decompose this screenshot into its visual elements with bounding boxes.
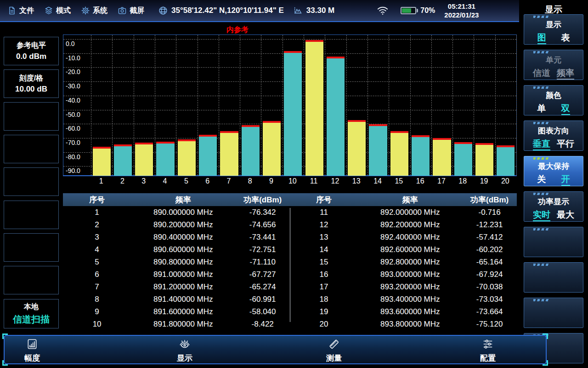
button-notch-icon [533, 193, 550, 195]
main-area: 内参考 0.0-10.0-20.0-30.0-40.0-50.0-60.0-70… [62, 22, 519, 368]
grid-line-v [304, 35, 304, 175]
table-cell: 891.600000 MHz [131, 307, 235, 316]
battery-indicator: 70% [401, 6, 435, 15]
softkey-option[interactable]: 实时 [533, 210, 550, 221]
softkey-title: 单元 [524, 55, 583, 65]
bottom-menu-display[interactable]: 显示 [165, 338, 204, 363]
button-notch-icon [533, 86, 550, 89]
table-cell: 890.400000 MHz [131, 233, 235, 242]
right-softkey-empty [524, 227, 583, 257]
gps-coordinates: 35°58'12.42" N,120°10'11.94" E [171, 6, 284, 15]
table-cell: -8.422 [235, 320, 290, 329]
softkey-option[interactable]: 表 [561, 33, 570, 44]
right-softkey-empty [524, 262, 583, 293]
top-bar: 文件模式系统截屏 35°58'12.42" N,120°10'11.94" E … [0, 0, 519, 22]
grid-line-v [325, 35, 325, 175]
softkey-chart-orientation[interactable]: 图表方向垂直平行 [524, 121, 583, 151]
grid-line-v [283, 35, 283, 175]
bottom-menu-label: 显示 [177, 353, 192, 363]
right-softkey-panel: 显示 显示图表单元信道频率颜色单双图表方向垂直平行最大保持关开功率显示实时最大 [519, 0, 588, 368]
table-cell: 9 [63, 307, 131, 316]
internal-reference-label: 内参考 [226, 25, 249, 35]
button-notch-icon [533, 51, 550, 53]
button-notch-icon [533, 157, 550, 160]
table-cell: -72.751 [235, 245, 290, 254]
softkey-option[interactable]: 平行 [557, 139, 574, 150]
nav-item-mode[interactable]: 模式 [44, 6, 71, 16]
x-axis-tick: 6 [197, 177, 218, 185]
table-cell: 1 [63, 208, 131, 217]
grid-line-v [410, 35, 411, 175]
table-row: 7891.200000 MHz-65.27417893.200000 MHz-7… [63, 281, 517, 293]
table-row: 4890.600000 MHz-72.75114892.600000 MHz-6… [63, 243, 517, 256]
table-cell: 892.800000 MHz [358, 258, 462, 267]
ref-level-button[interactable]: 参考电平 0.0 dBm [4, 37, 59, 65]
table-row: 2890.200000 MHz-74.65612892.200000 MHz-1… [63, 218, 517, 231]
softkey-option[interactable]: 图 [537, 33, 546, 44]
grid-line-v [452, 35, 453, 175]
bottom-menu-label: 配置 [480, 353, 496, 363]
ref-level-label: 参考电平 [17, 41, 46, 51]
scale-per-div-value: 10.00 dB [15, 85, 47, 94]
grid-line-v [495, 35, 496, 175]
x-axis-tick: 18 [452, 177, 473, 185]
grid-line-v [346, 35, 347, 175]
softkey-option[interactable]: 关 [537, 175, 546, 186]
button-notch-icon [533, 264, 550, 266]
softkey-option[interactable]: 信道 [533, 69, 550, 80]
grid-line-v [261, 35, 261, 175]
y-axis-tick: -60.0 [66, 125, 80, 132]
time-value: 05:21:31 [444, 2, 479, 11]
table-cell: 13 [290, 233, 358, 242]
table-cell: 891.000000 MHz [131, 270, 235, 279]
bottom-menu-measure[interactable]: 测量 [315, 338, 353, 363]
softkey-title: 图表方向 [524, 126, 583, 136]
y-axis-tick: -80.0 [66, 153, 80, 161]
top-nav: 文件模式系统截屏 [0, 6, 144, 16]
altitude-value: 33.30 M [306, 6, 334, 15]
scan-mode-label: 本地 [24, 302, 39, 312]
channel-bar-2 [114, 144, 132, 176]
softkey-option[interactable]: 单 [537, 104, 546, 115]
softkey-option[interactable]: 双 [561, 104, 570, 115]
bottom-menu-config[interactable]: 配置 [469, 338, 507, 363]
softkey-display-mode[interactable]: 显示图表 [524, 14, 583, 45]
nav-item-system[interactable]: 系统 [81, 6, 107, 16]
table-cell: 16 [290, 270, 358, 279]
y-axis-tick: -40.0 [66, 97, 80, 104]
table-header-cell: 频率 [131, 195, 235, 205]
scan-mode-button[interactable]: 本地 信道扫描 [4, 299, 59, 328]
x-axis-tick: 16 [410, 177, 431, 185]
clock: 05:21:31 2022/01/23 [444, 2, 479, 20]
left-softkey-panel: 参考电平 0.0 dBm 刻度/格 10.00 dB 本地 信道扫描 [0, 22, 62, 368]
table-cell: 17 [290, 282, 358, 292]
table-cell: -0.716 [462, 208, 517, 217]
corner-bracket [2, 334, 8, 339]
softkey-unit[interactable]: 单元信道频率 [524, 50, 583, 80]
table-row: 8891.400000 MHz-60.99118893.400000 MHz-7… [63, 293, 517, 305]
bottom-menu-amplitude[interactable]: 幅度 [13, 338, 51, 363]
table-cell: -76.342 [235, 208, 290, 217]
table-cell: -57.412 [462, 233, 517, 242]
channel-bar-7 [220, 131, 238, 176]
grid-line-v [219, 35, 219, 175]
scale-per-div-button[interactable]: 刻度/格 10.00 dB [4, 69, 59, 98]
x-axis-tick: 5 [175, 177, 197, 185]
corner-bracket [543, 334, 548, 339]
softkey-power-display[interactable]: 功率显示实时最大 [524, 191, 583, 222]
softkey-option[interactable]: 频率 [557, 69, 574, 80]
nav-item-screenshot[interactable]: 截屏 [118, 6, 144, 16]
softkey-option[interactable]: 垂直 [533, 139, 550, 150]
y-axis-tick: -90.0 [66, 167, 80, 174]
channel-bar-17 [433, 138, 451, 176]
softkey-max-hold[interactable]: 最大保持关开 [524, 156, 583, 186]
ruler-icon [328, 338, 340, 352]
softkey-option[interactable]: 最大 [557, 210, 574, 221]
grid-line-v [134, 35, 134, 175]
x-axis-tick: 1 [90, 177, 112, 185]
softkey-option[interactable]: 开 [561, 175, 570, 186]
nav-item-file[interactable]: 文件 [7, 6, 34, 16]
softkey-color[interactable]: 颜色单双 [524, 85, 583, 115]
table-row: 9891.600000 MHz-58.04019893.600000 MHz-7… [63, 305, 517, 318]
table-cell: 12 [290, 220, 358, 230]
